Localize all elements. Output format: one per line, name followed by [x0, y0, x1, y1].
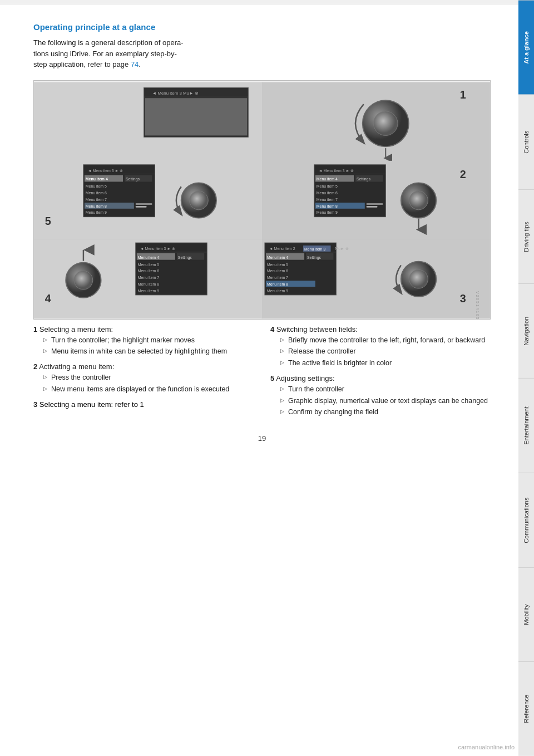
- svg-text:Menu item 9: Menu item 9: [267, 288, 288, 292]
- list-item: The active field is brighter in color: [280, 358, 491, 369]
- sidebar-tabs: At a glance Controls Driving tips Naviga…: [518, 0, 534, 756]
- list-item: New menu items are displayed or the func…: [43, 384, 254, 395]
- svg-text:Menu item 4: Menu item 4: [138, 255, 159, 259]
- svg-rect-47: [367, 203, 383, 204]
- svg-text:Menu item 5: Menu item 5: [267, 262, 288, 266]
- diagram-svg: ◄ Menu item 3 Mu► ⊗ 1 5: [34, 81, 490, 320]
- svg-text:Menu item 5: Menu item 5: [317, 184, 338, 188]
- svg-text:Menu item 6: Menu item 6: [86, 191, 107, 195]
- svg-point-66: [74, 271, 93, 289]
- sidebar-tab-navigation[interactable]: Navigation: [518, 283, 534, 378]
- svg-text:V 2 0 5 1 4 1 0 5 4 1: V 2 0 5 1 4 1 0 5 4 1: [476, 291, 479, 320]
- svg-rect-28: [136, 203, 152, 204]
- svg-point-50: [409, 191, 428, 210]
- svg-point-31: [190, 191, 209, 210]
- svg-text:Menu item 4: Menu item 4: [317, 177, 338, 181]
- svg-text:Menu item 7: Menu item 7: [267, 276, 288, 279]
- svg-text:Menu item 6: Menu item 6: [267, 269, 288, 273]
- top-header-bar: [0, 0, 518, 4]
- list-item: Release the controller: [280, 346, 491, 357]
- instruction-3: 3 Selecting a menu item: refer to 1: [33, 400, 254, 409]
- intro-text: The following is a general description o…: [33, 37, 491, 70]
- instructions-right: 4 Switching between fields: Briefly move…: [270, 325, 491, 424]
- instruction-3-number: 3: [33, 400, 37, 409]
- watermark: carmanualonline.info: [458, 744, 515, 750]
- svg-point-12: [374, 111, 398, 135]
- svg-text:Menu item 4: Menu item 4: [267, 255, 288, 259]
- instruction-1-title: Selecting a menu item:: [39, 325, 113, 333]
- list-item: Confirm by changing the field: [280, 407, 491, 418]
- list-item: Briefly move the controller to the left,…: [280, 335, 491, 346]
- svg-text:◄ Menu item 2: ◄ Menu item 2: [269, 246, 295, 250]
- instruction-2: 2 Activating a menu item: Press the cont…: [33, 362, 254, 395]
- svg-text:1: 1: [460, 89, 466, 101]
- svg-text:◄ Menu item 3  Mu► ⊗: ◄ Menu item 3 Mu► ⊗: [152, 91, 199, 96]
- svg-text:Menu item 4: Menu item 4: [86, 177, 108, 181]
- sidebar-tab-mobility[interactable]: Mobility: [518, 567, 534, 662]
- svg-text:Menu item 9: Menu item 9: [86, 210, 107, 214]
- sidebar-tab-communications[interactable]: Communications: [518, 473, 534, 567]
- instruction-5: 5 Adjusting settings: Turn the controlle…: [270, 374, 491, 418]
- instruction-4-number: 4: [270, 325, 274, 333]
- instruction-2-title: Activating a menu item:: [39, 362, 114, 371]
- svg-text:Settings: Settings: [357, 177, 371, 181]
- svg-text:Menu Item 7: Menu Item 7: [138, 276, 160, 279]
- instruction-5-number: 5: [270, 374, 274, 382]
- instructions-left: 1 Selecting a menu item: Turn the contro…: [33, 325, 254, 424]
- list-item: Graphic display, numerical value or text…: [280, 396, 491, 406]
- svg-rect-29: [136, 205, 147, 207]
- svg-text:Menu item 8: Menu item 8: [267, 282, 288, 286]
- sidebar-tab-controls[interactable]: Controls: [518, 95, 534, 189]
- instruction-1: 1 Selecting a menu item: Turn the contro…: [33, 325, 254, 357]
- svg-text:◄ Menu item 3 ► ⊗: ◄ Menu item 3 ► ⊗: [319, 168, 354, 172]
- svg-text:Settings: Settings: [126, 177, 140, 181]
- svg-text:Menu item 8: Menu item 8: [317, 204, 338, 208]
- list-item: Press the controller: [43, 372, 254, 383]
- svg-text:Settings: Settings: [178, 255, 192, 259]
- svg-text:Menu item 9: Menu item 9: [317, 210, 338, 214]
- svg-rect-48: [367, 205, 378, 207]
- page-link[interactable]: 74: [131, 60, 139, 68]
- instructions-container: 1 Selecting a menu item: Turn the contro…: [33, 325, 491, 424]
- instruction-2-number: 2: [33, 362, 37, 371]
- diagram-container: ◄ Menu item 3 Mu► ⊗ 1 5: [33, 80, 491, 320]
- svg-text:Menu Item 5: Menu Item 5: [138, 262, 160, 266]
- svg-text:2: 2: [460, 168, 466, 180]
- svg-text:5: 5: [45, 215, 51, 227]
- svg-text:Menu Item 6: Menu Item 6: [138, 269, 160, 273]
- instruction-5-title: Adjusting settings:: [276, 374, 335, 382]
- instruction-3-text: Selecting a menu item: refer to 1: [39, 400, 144, 409]
- svg-text:Mu► ⊗: Mu► ⊗: [335, 246, 348, 250]
- list-item: Turn the controller: [280, 384, 491, 395]
- svg-text:◄ Menu item 3 ► ⊗: ◄ Menu item 3 ► ⊗: [140, 246, 175, 250]
- sidebar-tab-at-a-glance[interactable]: At a glance: [518, 0, 534, 95]
- svg-text:Menu item 3: Menu item 3: [304, 247, 325, 251]
- svg-text:4: 4: [45, 292, 51, 304]
- instruction-1-number: 1: [33, 325, 37, 333]
- instruction-5-list: Turn the controller Graphic display, num…: [280, 384, 491, 418]
- sidebar-tab-entertainment[interactable]: Entertainment: [518, 378, 534, 473]
- svg-text:Menu Item 8: Menu Item 8: [138, 282, 160, 286]
- list-item: Menu items in white can be selected by h…: [43, 346, 254, 357]
- svg-text:3: 3: [460, 292, 466, 304]
- instruction-4: 4 Switching between fields: Briefly move…: [270, 325, 491, 369]
- svg-text:Menu item 7: Menu item 7: [317, 197, 338, 201]
- svg-text:Menu item 5: Menu item 5: [86, 184, 107, 188]
- svg-rect-8: [145, 98, 248, 135]
- sidebar-tab-reference[interactable]: Reference: [518, 661, 534, 756]
- page-title: Operating principle at a glance: [33, 22, 491, 32]
- list-item: Turn the controller; the highlight marke…: [43, 335, 254, 346]
- intro-text-line3: step application, refer to page 74.: [33, 60, 141, 68]
- sidebar-tab-driving-tips[interactable]: Driving tips: [518, 189, 534, 284]
- svg-text:◄ Menu item 3 ► ⊗: ◄ Menu item 3 ► ⊗: [88, 168, 123, 172]
- page-number: 19: [33, 434, 491, 443]
- instruction-2-list: Press the controller New menu items are …: [43, 372, 254, 395]
- svg-point-86: [409, 269, 428, 288]
- instruction-1-list: Turn the controller; the highlight marke…: [43, 335, 254, 357]
- svg-text:Settings: Settings: [307, 255, 322, 259]
- svg-text:Menu item 7: Menu item 7: [86, 197, 107, 201]
- instruction-4-list: Briefly move the controller to the left,…: [280, 335, 491, 369]
- svg-text:Menu item 8: Menu item 8: [86, 204, 107, 208]
- instruction-4-title: Switching between fields:: [276, 325, 358, 333]
- svg-text:Menu item 6: Menu item 6: [317, 191, 338, 195]
